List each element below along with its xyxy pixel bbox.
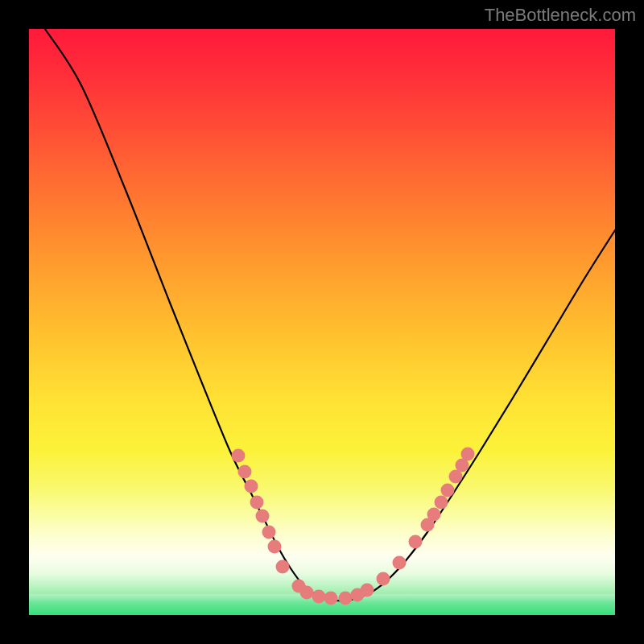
data-dot xyxy=(238,465,252,479)
chart-frame: TheBottleneck.com xyxy=(0,0,644,644)
data-dot xyxy=(324,592,338,605)
data-dot xyxy=(339,592,353,605)
data-dot xyxy=(245,480,258,493)
data-dot xyxy=(377,572,390,586)
bottleneck-curve xyxy=(45,29,615,601)
data-dot xyxy=(276,560,290,574)
data-dot xyxy=(461,448,475,461)
data-dot xyxy=(435,496,448,510)
data-dot xyxy=(268,540,282,554)
chart-overlay xyxy=(29,29,615,615)
watermark-text: TheBottleneck.com xyxy=(485,5,636,26)
data-dot xyxy=(312,590,326,604)
data-dot xyxy=(232,449,246,463)
data-dots-group xyxy=(232,448,475,605)
data-dot xyxy=(409,535,423,549)
data-dot xyxy=(441,484,455,497)
data-dot xyxy=(427,508,441,522)
data-dot xyxy=(361,584,374,597)
data-dot xyxy=(262,526,276,539)
data-dot xyxy=(393,556,407,570)
data-dot xyxy=(256,510,270,523)
plot-area xyxy=(29,29,615,615)
data-dot xyxy=(300,586,314,600)
data-dot xyxy=(250,496,264,510)
